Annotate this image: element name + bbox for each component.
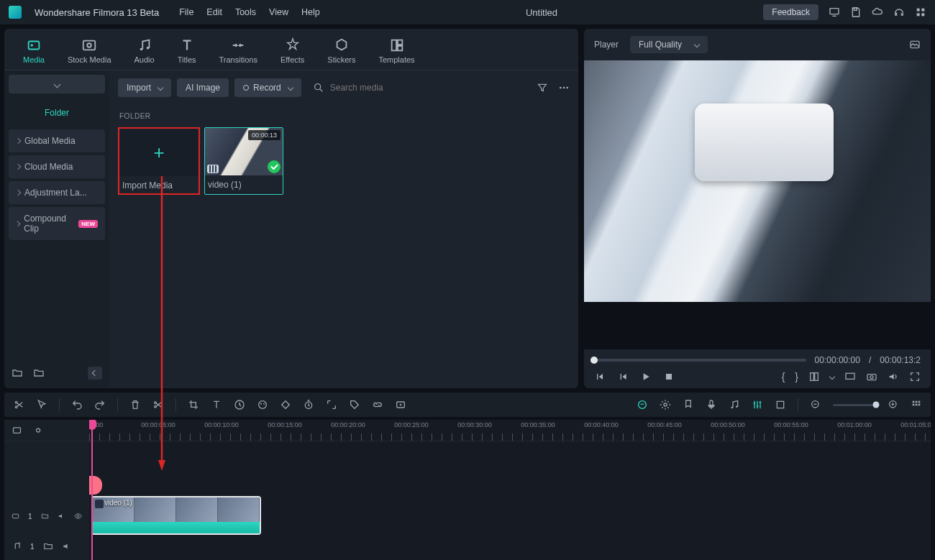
camera-icon[interactable] (866, 371, 877, 382)
timeline-toolbar (4, 393, 931, 417)
menu-help[interactable]: Help (301, 7, 320, 17)
music-note-icon[interactable] (729, 399, 740, 410)
stop-icon[interactable] (663, 371, 675, 382)
tab-titles[interactable]: Titles (169, 35, 205, 70)
new-folder-icon[interactable] (12, 367, 23, 379)
tab-effects[interactable]: Effects (272, 35, 313, 70)
tab-media[interactable]: Media (14, 35, 53, 70)
sidebar-folder-title[interactable]: Folder (9, 101, 105, 127)
eye-track-icon[interactable] (74, 511, 82, 521)
play-icon[interactable] (640, 371, 652, 382)
prev-frame-icon[interactable] (594, 371, 606, 382)
tag-icon[interactable] (349, 399, 360, 410)
timeline: 1 1 00:0000:00:05:0000:00:10:0000:00:15:… (4, 420, 931, 560)
chevron-down-icon[interactable] (829, 374, 835, 380)
layout-icon[interactable] (808, 371, 820, 382)
sidebar-dropdown[interactable] (9, 75, 105, 93)
mark-in-icon[interactable]: { (782, 371, 785, 382)
document-title: Untitled (526, 7, 557, 18)
audio-track-header[interactable]: 1 (4, 536, 89, 556)
gear-icon[interactable] (660, 399, 671, 410)
render-icon[interactable] (395, 399, 406, 410)
search-input[interactable] (330, 83, 445, 93)
mixer-icon[interactable] (752, 399, 763, 410)
playhead[interactable] (91, 420, 93, 560)
timeline-ruler[interactable]: 00:0000:00:05:0000:00:10:0000:00:15:0000… (89, 420, 931, 441)
step-back-icon[interactable] (617, 371, 629, 382)
mark-out-icon[interactable]: } (795, 371, 798, 382)
sidebar-item-adjustment-layer[interactable]: Adjustment La... (9, 181, 105, 204)
menu-edit[interactable]: Edit (206, 7, 222, 17)
delete-icon[interactable] (129, 399, 141, 410)
crop-icon[interactable] (188, 399, 199, 410)
timeline-clip[interactable]: video (1) (91, 496, 261, 535)
mute-track-icon[interactable] (58, 511, 65, 521)
import-media-tile[interactable]: + Import Media (118, 127, 200, 195)
lock-track-icon[interactable] (12, 425, 22, 436)
frame-icon[interactable] (775, 399, 786, 410)
apps-grid-icon[interactable] (915, 6, 926, 18)
speed-icon[interactable] (234, 399, 245, 410)
svg-rect-0 (830, 9, 839, 14)
cloud-icon[interactable] (872, 6, 883, 18)
collapse-sidebar-icon[interactable] (88, 367, 102, 380)
snapshot-icon[interactable] (909, 39, 921, 50)
record-button[interactable]: Record (234, 78, 301, 97)
ai-assist-icon[interactable] (637, 399, 648, 410)
video-thumbnail-tile[interactable]: 00:00:13 video (1) (204, 127, 283, 195)
link-icon[interactable] (372, 399, 383, 410)
feedback-button[interactable]: Feedback (763, 4, 818, 20)
color-icon[interactable] (257, 399, 268, 410)
headphones-icon[interactable] (893, 6, 905, 18)
scissors-icon[interactable] (13, 399, 24, 410)
monitor-icon[interactable] (829, 6, 840, 18)
duration-icon[interactable] (303, 399, 314, 410)
grid-view-icon[interactable] (911, 399, 922, 410)
split-icon[interactable] (152, 399, 164, 410)
folder-track-icon[interactable] (41, 511, 49, 521)
tab-templates[interactable]: Templates (370, 35, 423, 70)
cursor-icon[interactable] (36, 399, 47, 410)
tab-audio[interactable]: Audio (126, 35, 163, 70)
menu-tools[interactable]: Tools (235, 7, 256, 17)
sidebar-item-compound-clip[interactable]: Compound ClipNEW (9, 207, 105, 240)
save-icon[interactable] (850, 6, 862, 18)
display-icon[interactable] (844, 371, 856, 382)
more-icon[interactable] (558, 82, 570, 93)
zoom-slider[interactable] (833, 404, 876, 406)
link-track-icon[interactable] (32, 425, 43, 436)
app-name: Wondershare Filmora 13 Beta (35, 7, 159, 18)
folder-icon[interactable] (33, 367, 45, 379)
ai-image-button[interactable]: AI Image (177, 78, 229, 97)
quality-dropdown[interactable]: Full Quality (630, 36, 708, 53)
fullscreen-icon[interactable] (909, 371, 921, 382)
video-track-header[interactable]: 1 (4, 496, 89, 536)
undo-icon[interactable] (71, 399, 83, 410)
menubar: Wondershare Filmora 13 Beta File Edit To… (0, 0, 935, 24)
mic-icon[interactable] (706, 399, 717, 410)
svg-rect-49 (918, 401, 921, 403)
seek-slider[interactable] (594, 359, 806, 362)
video-preview[interactable] (584, 60, 931, 302)
tab-stock-media[interactable]: Stock Media (59, 35, 120, 70)
volume-icon[interactable] (888, 371, 899, 382)
zoom-in-icon[interactable] (888, 399, 899, 410)
redo-icon[interactable] (94, 399, 106, 410)
marker-icon[interactable] (683, 399, 694, 410)
folder-track-icon[interactable] (43, 541, 53, 551)
svg-point-39 (642, 403, 644, 405)
tab-stickers[interactable]: Stickers (319, 35, 364, 70)
mute-track-icon[interactable] (62, 541, 72, 551)
keyframe-icon[interactable] (280, 399, 291, 410)
new-badge: NEW (78, 220, 98, 228)
menu-view[interactable]: View (269, 7, 288, 17)
filter-icon[interactable] (537, 82, 548, 93)
zoom-out-icon[interactable] (810, 399, 821, 410)
import-button[interactable]: Import (118, 78, 171, 97)
sidebar-item-cloud-media[interactable]: Cloud Media (9, 155, 105, 178)
menu-file[interactable]: File (179, 7, 193, 17)
text-icon[interactable] (211, 399, 222, 410)
expand-icon[interactable] (326, 399, 337, 410)
tab-transitions[interactable]: Transitions (211, 35, 266, 70)
sidebar-item-global-media[interactable]: Global Media (9, 129, 105, 152)
